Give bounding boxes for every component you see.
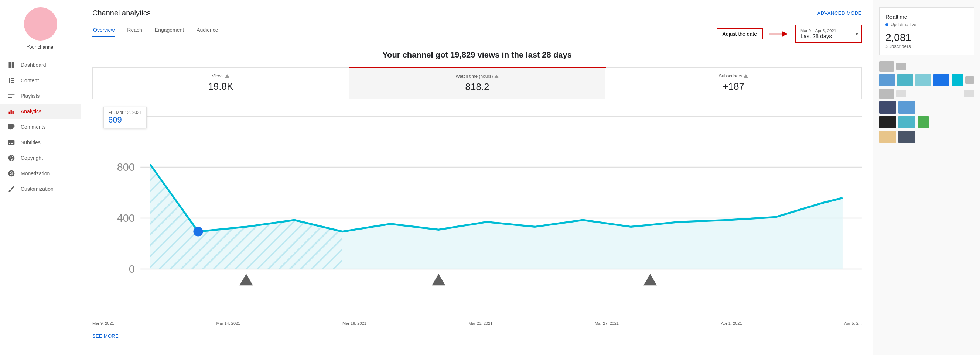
x-label-2: Mar 14, 2021 [216, 321, 240, 325]
tab-reach[interactable]: Reach [126, 23, 143, 36]
copyright-icon [7, 154, 16, 162]
subscribers-value: +187 [614, 81, 853, 92]
svg-text:400: 400 [117, 212, 135, 224]
sidebar-item-playlists[interactable]: Playlists [0, 88, 81, 104]
sidebar-item-monetization[interactable]: Monetization [0, 166, 81, 181]
watch-time-value: 818.2 [358, 81, 597, 93]
watch-time-warning-icon [494, 74, 499, 78]
sidebar: Your channel Dashboard Content Playlists… [0, 0, 81, 355]
thumb-18 [898, 131, 915, 143]
subscribers-label: Subscribers [719, 73, 742, 79]
advanced-mode-button[interactable]: ADVANCED MODE [818, 10, 862, 16]
thumb-6 [934, 74, 949, 86]
thumb-row-6 [879, 131, 974, 143]
chevron-down-icon: ▾ [856, 31, 858, 37]
analytics-panel: Channel analytics ADVANCED MODE Overview… [81, 0, 873, 355]
realtime-section: Realtime Updating live 2,081 Subscribers [879, 7, 974, 55]
subtitles-icon [7, 138, 16, 146]
date-range-text: Mar 9 – Apr 5, 2021 [800, 29, 850, 33]
views-label: Views [212, 73, 223, 79]
sidebar-label-subtitles: Subtitles [21, 139, 41, 146]
bar-chart-icon [7, 108, 16, 116]
live-dot-icon [885, 23, 888, 26]
thumb-row-4 [879, 101, 974, 114]
realtime-live-label: Updating live [891, 22, 916, 27]
content-area: Channel analytics ADVANCED MODE Overview… [81, 0, 980, 355]
sidebar-item-analytics[interactable]: Analytics [0, 104, 81, 119]
sidebar-item-dashboard[interactable]: Dashboard [0, 57, 81, 73]
tab-overview[interactable]: Overview [92, 23, 115, 36]
thumb-2 [896, 63, 907, 70]
right-sidebar: Realtime Updating live 2,081 Subscribers [873, 0, 980, 355]
thumb-13 [898, 101, 915, 114]
svg-text:800: 800 [117, 161, 135, 173]
views-value: 19.8K [102, 81, 340, 92]
thumb-11 [964, 90, 974, 97]
x-label-4: Mar 23, 2021 [469, 321, 493, 325]
thumb-7 [951, 74, 963, 86]
thumb-16 [918, 116, 929, 128]
sidebar-label-analytics: Analytics [21, 108, 41, 114]
metric-watch-time: Watch time (hours) 818.2 [349, 67, 606, 99]
thumb-5 [915, 74, 931, 86]
realtime-count: 2,081 [885, 32, 968, 44]
thumb-12 [879, 101, 896, 114]
thumb-8 [965, 76, 974, 84]
metrics-row: Views 19.8K Watch time (hours) 818.2 Sub… [92, 67, 862, 99]
arrow-right-icon [768, 29, 790, 39]
x-axis-labels: Mar 9, 2021 Mar 14, 2021 Mar 18, 2021 Ma… [92, 320, 862, 325]
page-header: Channel analytics ADVANCED MODE [92, 9, 862, 17]
chart-marker-1[interactable] [239, 274, 253, 285]
sidebar-label-customization: Customization [21, 186, 54, 192]
brush-icon [7, 185, 16, 193]
thumb-row-1 [879, 61, 974, 71]
realtime-title: Realtime [885, 14, 968, 20]
chart-svg: 1,200 800 400 0 [92, 107, 862, 318]
sidebar-item-copyright[interactable]: Copyright [0, 150, 81, 166]
thumb-9 [879, 89, 894, 99]
play-icon [7, 76, 16, 84]
x-label-3: Mar 18, 2021 [342, 321, 366, 325]
avatar [24, 7, 57, 41]
sidebar-label-dashboard: Dashboard [21, 62, 46, 68]
x-label-1: Mar 9, 2021 [92, 321, 114, 325]
sidebar-item-subtitles[interactable]: Subtitles [0, 135, 81, 150]
tab-engagement[interactable]: Engagement [154, 23, 185, 36]
sidebar-label-comments: Comments [21, 124, 46, 130]
sidebar-item-comments[interactable]: Comments [0, 119, 81, 135]
tab-audience[interactable]: Audience [196, 23, 219, 36]
main-content: Channel analytics ADVANCED MODE Overview… [81, 0, 980, 355]
thumbnail-grid [879, 61, 974, 143]
thumb-3 [879, 74, 895, 86]
svg-text:0: 0 [129, 263, 135, 275]
thumb-15 [898, 116, 915, 128]
chart-marker-2[interactable] [432, 274, 445, 285]
realtime-count-label: Subscribers [885, 44, 968, 49]
chart-tooltip: Fri, Mar 12, 2021 609 [103, 107, 146, 128]
x-label-5: Mar 27, 2021 [595, 321, 619, 325]
thumb-row-5 [879, 116, 974, 128]
realtime-live-status: Updating live [885, 22, 968, 27]
chart-area: Fri, Mar 12, 2021 609 1,200 800 400 0 [92, 107, 862, 325]
sidebar-label-playlists: Playlists [21, 93, 40, 99]
metric-views: Views 19.8K [93, 68, 349, 99]
sidebar-item-content[interactable]: Content [0, 73, 81, 88]
comment-icon [7, 123, 16, 131]
thumb-row-3 [879, 89, 974, 99]
thumb-row-2 [879, 74, 974, 86]
date-range-selector[interactable]: Mar 9 – Apr 5, 2021 Last 28 days ▾ [795, 25, 862, 43]
watch-time-label: Watch time (hours) [456, 74, 493, 79]
sidebar-item-customization[interactable]: Customization [0, 181, 81, 197]
chart-hatch-area [150, 164, 342, 269]
chart-marker-3[interactable] [643, 274, 657, 285]
views-warning-icon [225, 74, 229, 78]
chart-dot [193, 227, 203, 236]
grid-icon [7, 61, 16, 69]
channel-name: Your channel [27, 44, 54, 50]
see-more-button[interactable]: SEE MORE [92, 333, 119, 339]
adjust-date-label: Adjust the date [722, 31, 757, 37]
page-title: Channel analytics [92, 9, 151, 17]
thumb-14 [879, 116, 896, 128]
x-label-7: Apr 5, 2... [844, 321, 862, 325]
dollar-icon [7, 170, 16, 178]
